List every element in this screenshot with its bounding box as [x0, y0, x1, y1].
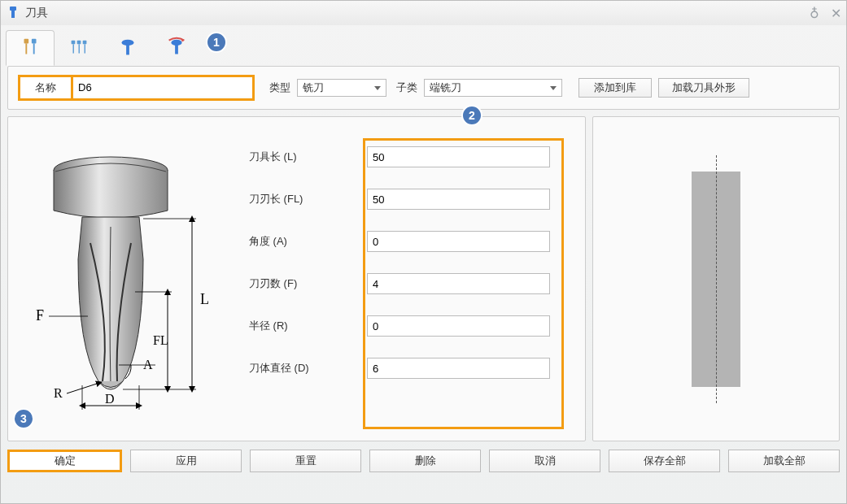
callout-3: 3 [13, 408, 34, 429]
dim-F: F [36, 307, 44, 324]
apply-button[interactable]: 应用 [130, 450, 242, 472]
label-radius: 半径 (R) [249, 319, 367, 333]
preview-panel [592, 116, 840, 441]
label-tool-length: 刀具长 (L) [249, 150, 367, 164]
tab-strip: 1 [1, 25, 846, 66]
cancel-button[interactable]: 取消 [489, 450, 600, 472]
content-row: L FL A F R [7, 116, 840, 441]
subtype-dropdown[interactable]: 端铣刀 [424, 79, 562, 97]
svg-rect-0 [10, 7, 16, 11]
save-all-button[interactable]: 保存全部 [609, 450, 720, 472]
dim-D: D [105, 392, 115, 406]
svg-rect-4 [32, 39, 37, 44]
label-flute-length: 刀刃长 (FL) [249, 192, 367, 206]
svg-rect-11 [85, 44, 85, 53]
dim-L: L [200, 291, 209, 307]
dim-A: A [143, 358, 153, 371]
input-radius[interactable] [367, 315, 550, 337]
tab-tool-4[interactable] [152, 30, 201, 66]
dim-FL: FL [153, 333, 168, 347]
tab-tool-2[interactable] [55, 30, 103, 66]
svg-rect-13 [126, 44, 129, 54]
input-angle[interactable] [367, 231, 550, 252]
svg-rect-10 [83, 41, 87, 45]
close-icon[interactable]: ✕ [831, 6, 841, 21]
input-flute-count[interactable] [367, 273, 550, 294]
tab-tool-1[interactable] [6, 30, 55, 66]
label-angle: 角度 (A) [249, 234, 367, 249]
app-icon [6, 5, 20, 22]
top-panel: 名称 类型 铣刀 子类 端铣刀 添加到库 加载刀具外形 [7, 66, 840, 110]
callout-1: 1 [206, 32, 227, 53]
tool-dialog: 刀具 ♁ ✕ 1 名称 类型 [0, 0, 847, 504]
load-tool-shape-button[interactable]: 加载刀具外形 [658, 78, 749, 98]
dim-R: R [54, 386, 63, 400]
help-icon[interactable]: ♁ [810, 6, 819, 21]
svg-rect-6 [72, 41, 76, 45]
svg-rect-1 [11, 11, 15, 18]
type-label: 类型 [269, 80, 290, 95]
input-diameter[interactable] [367, 358, 550, 379]
ok-button[interactable]: 确定 [7, 450, 122, 472]
tab-tool-3[interactable] [103, 30, 152, 66]
svg-rect-3 [25, 43, 27, 54]
svg-rect-9 [79, 44, 80, 53]
type-dropdown[interactable]: 铣刀 [297, 79, 386, 97]
input-flute-length[interactable] [367, 189, 550, 210]
callout-2: 2 [461, 105, 482, 126]
reset-button[interactable]: 重置 [250, 450, 361, 472]
svg-rect-7 [73, 44, 74, 53]
tool-diagram: L FL A F R [21, 127, 225, 424]
window-title: 刀具 [25, 6, 48, 20]
params-form: 刀具长 (L) 刀刃长 (FL) 角度 (A) 刀刃数 (F) [249, 127, 572, 424]
centerline [716, 155, 717, 403]
input-tool-length[interactable] [367, 146, 550, 167]
tool-preview [692, 172, 740, 387]
parameters-panel: L FL A F R [7, 116, 586, 441]
label-diameter: 刀体直径 (D) [249, 361, 367, 376]
subtype-label: 子类 [396, 80, 417, 95]
titlebar: 刀具 ♁ ✕ [1, 1, 846, 25]
svg-line-25 [67, 383, 99, 393]
svg-rect-15 [175, 44, 178, 54]
name-label: 名称 [20, 77, 73, 98]
bottom-button-row: 确定 应用 重置 删除 取消 保存全部 加载全部 [7, 450, 840, 472]
add-to-library-button[interactable]: 添加到库 [578, 78, 652, 98]
name-input[interactable] [73, 77, 252, 97]
label-flute-count: 刀刃数 (F) [249, 276, 367, 291]
svg-rect-8 [77, 41, 81, 45]
svg-rect-5 [33, 43, 35, 54]
load-all-button[interactable]: 加载全部 [728, 450, 840, 472]
svg-rect-2 [24, 39, 29, 44]
delete-button[interactable]: 删除 [369, 450, 481, 472]
name-group: 名称 [18, 75, 255, 101]
